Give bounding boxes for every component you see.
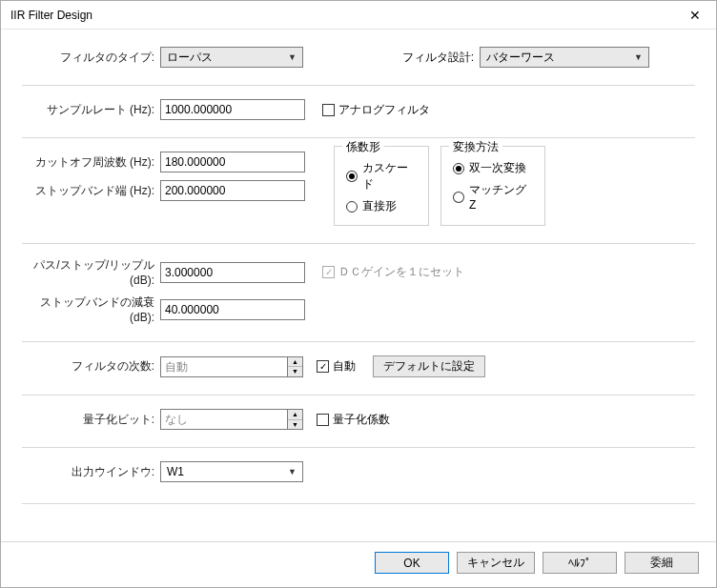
stop-atten-input[interactable] xyxy=(160,299,305,320)
bilinear-radio[interactable]: 双一次変換 xyxy=(453,160,533,176)
sample-rate-input[interactable] xyxy=(160,99,305,120)
direct-radio[interactable]: 直接形 xyxy=(346,198,417,214)
row-order: フィルタの次数: 自動 ▲ ▼ ✓ 自動 デフォルトに設定 xyxy=(22,355,695,377)
checkbox-icon xyxy=(322,104,335,116)
radio-icon xyxy=(346,201,358,213)
separator xyxy=(22,503,695,504)
radio-icon xyxy=(453,192,464,203)
matchingz-label: マッチングZ xyxy=(469,182,533,212)
spinner-down-icon[interactable]: ▼ xyxy=(288,420,302,430)
analog-filter-label: アナログフィルタ xyxy=(338,102,430,118)
stopband-input[interactable] xyxy=(160,180,305,201)
separator xyxy=(22,395,695,395)
quant-coef-checkbox[interactable]: 量子化係数 xyxy=(317,412,390,428)
radio-icon xyxy=(346,171,358,182)
window-title: IIR Filter Design xyxy=(10,9,92,22)
ok-label: OK xyxy=(403,557,420,570)
ok-button[interactable]: OK xyxy=(375,552,449,574)
spinner-up-icon[interactable]: ▲ xyxy=(288,357,302,368)
direct-label: 直接形 xyxy=(362,198,397,214)
filter-type-label: フィルタのタイプ: xyxy=(22,50,160,66)
default-button-label: デフォルトに設定 xyxy=(383,358,475,375)
filter-design-value: バターワース xyxy=(486,50,555,66)
filter-type-select[interactable]: ローパス ▼ xyxy=(160,47,303,68)
titlebar: IIR Filter Design ✕ xyxy=(1,1,716,30)
output-value: W1 xyxy=(167,465,184,478)
spinner-buttons[interactable]: ▲ ▼ xyxy=(287,409,303,430)
row-filter-type: フィルタのタイプ: ローパス ▼ フィルタ設計: バターワース ▼ xyxy=(22,47,695,68)
chevron-down-icon: ▼ xyxy=(634,52,643,62)
radio-icon xyxy=(453,163,464,174)
row-output: 出力ウインドウ: W1 ▼ xyxy=(22,461,695,482)
cutoff-label: カットオフ周波数 (Hz): xyxy=(22,154,160,171)
coeff-form-group: 係数形 カスケード 直接形 xyxy=(334,146,429,226)
separator xyxy=(22,341,695,342)
cancel-label: キャンセル xyxy=(467,555,524,571)
row-sample-rate: サンプルレート (Hz): アナログフィルタ xyxy=(22,99,695,120)
row-pass-ripple: パス/ストップ/リップル (dB): ✓ ＤＣゲインを１にセット xyxy=(22,257,695,287)
row-stop-atten: ストップバンドの減衰 (dB): xyxy=(22,294,695,324)
help-label: ﾍﾙﾌﾟ xyxy=(568,557,591,570)
separator xyxy=(22,243,695,244)
footer: OK キャンセル ﾍﾙﾌﾟ 委細 xyxy=(1,541,716,587)
stopband-label: ストップバンド端 (Hz): xyxy=(22,183,160,199)
row-bands: カットオフ周波数 (Hz): ストップバンド端 (Hz): 係数形 カスケード xyxy=(22,152,695,226)
detail-label: 委細 xyxy=(650,555,673,571)
output-select[interactable]: W1 ▼ xyxy=(160,461,303,482)
help-button[interactable]: ﾍﾙﾌﾟ xyxy=(543,552,617,574)
close-button[interactable]: ✕ xyxy=(674,1,716,30)
row-stopband: ストップバンド端 (Hz): xyxy=(22,180,305,201)
transform-title: 変換方法 xyxy=(449,139,502,155)
pass-ripple-label: パス/ストップ/リップル (dB): xyxy=(22,257,160,287)
cancel-button[interactable]: キャンセル xyxy=(457,552,535,574)
dialog-window: IIR Filter Design ✕ フィルタのタイプ: ローパス ▼ フィル… xyxy=(0,0,717,588)
filter-design-label: フィルタ設計: xyxy=(399,50,480,66)
chevron-down-icon: ▼ xyxy=(288,52,297,62)
sample-rate-label: サンプルレート (Hz): xyxy=(22,102,160,118)
stop-atten-label: ストップバンドの減衰 (dB): xyxy=(22,294,160,324)
detail-button[interactable]: 委細 xyxy=(625,552,699,574)
separator xyxy=(22,447,695,448)
separator xyxy=(22,85,695,86)
auto-checkbox[interactable]: ✓ 自動 xyxy=(317,358,356,375)
cascade-label: カスケード xyxy=(362,160,417,193)
cutoff-input[interactable] xyxy=(160,152,305,172)
filter-type-value: ローパス xyxy=(167,50,213,66)
coeff-form-title: 係数形 xyxy=(342,139,384,155)
default-button[interactable]: デフォルトに設定 xyxy=(373,355,485,377)
transform-group: 変換方法 双一次変換 マッチングZ xyxy=(440,146,545,226)
close-icon: ✕ xyxy=(689,8,701,23)
matchingz-radio[interactable]: マッチングZ xyxy=(453,182,533,212)
order-value: 自動 xyxy=(160,356,287,377)
dc-gain-checkbox: ✓ ＤＣゲインを１にセット xyxy=(322,264,464,280)
checkbox-icon: ✓ xyxy=(322,266,335,278)
quant-value: なし xyxy=(160,409,287,430)
cascade-radio[interactable]: カスケード xyxy=(346,160,417,193)
spinner-up-icon[interactable]: ▲ xyxy=(288,410,302,420)
row-cutoff: カットオフ周波数 (Hz): xyxy=(22,152,305,172)
quant-coef-label: 量子化係数 xyxy=(333,412,390,428)
order-label: フィルタの次数: xyxy=(22,358,160,375)
checkbox-icon xyxy=(317,414,329,426)
analog-filter-checkbox[interactable]: アナログフィルタ xyxy=(322,102,430,118)
content-area: フィルタのタイプ: ローパス ▼ フィルタ設計: バターワース ▼ サンプルレー… xyxy=(1,30,716,541)
filter-design-select[interactable]: バターワース ▼ xyxy=(480,47,649,68)
spinner-down-icon[interactable]: ▼ xyxy=(288,367,302,376)
spinner-buttons[interactable]: ▲ ▼ xyxy=(287,356,303,377)
order-spinner[interactable]: 自動 ▲ ▼ xyxy=(160,356,303,377)
pass-ripple-input[interactable] xyxy=(160,262,305,283)
chevron-down-icon: ▼ xyxy=(288,467,297,476)
bilinear-label: 双一次変換 xyxy=(469,160,526,176)
checkbox-icon: ✓ xyxy=(317,360,329,373)
row-quant: 量子化ビット: なし ▲ ▼ 量子化係数 xyxy=(22,409,695,430)
dc-gain-label: ＤＣゲインを１にセット xyxy=(338,264,464,280)
quant-label: 量子化ビット: xyxy=(22,412,160,428)
auto-label: 自動 xyxy=(333,358,356,375)
quant-spinner[interactable]: なし ▲ ▼ xyxy=(160,409,303,430)
output-label: 出力ウインドウ: xyxy=(22,464,160,480)
separator xyxy=(22,137,695,138)
